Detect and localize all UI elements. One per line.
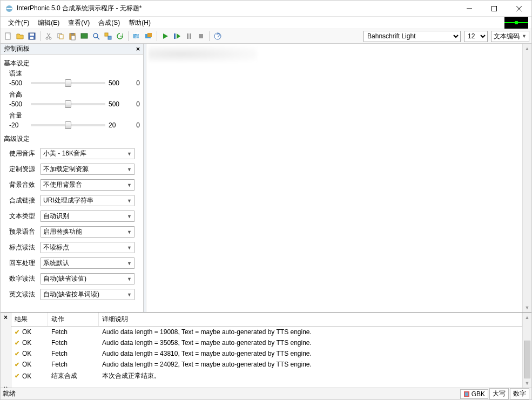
scroll-down-icon[interactable]: ▼ <box>523 378 531 388</box>
pitch-label: 音高 <box>9 90 140 99</box>
pitch-thumb[interactable] <box>65 100 71 108</box>
help-icon[interactable]: ? <box>212 31 223 42</box>
voice2-icon[interactable] <box>143 31 154 42</box>
menu-edit[interactable]: 编辑(E) <box>33 17 64 29</box>
row-detail: Audio data length = 43810, Text = maybe … <box>99 349 522 358</box>
status-text: 就绪 <box>3 389 459 398</box>
row-action: 结束合成 <box>48 371 99 381</box>
pause-icon[interactable] <box>184 31 194 42</box>
output-row[interactable]: ✔OK Fetch Audio data length = 19008, Tex… <box>11 327 522 337</box>
adv-value: 自动(缺省按单词读) <box>43 290 99 299</box>
row-action: Fetch <box>48 338 99 347</box>
scroll-down-icon[interactable]: ▼ <box>523 303 531 312</box>
row-result: OK <box>22 361 31 368</box>
new-icon[interactable] <box>3 31 14 42</box>
adv-select[interactable]: 启用替换功能 ▼ <box>41 226 134 238</box>
font-select[interactable]: Bahnschrift Light <box>363 31 461 42</box>
output-scrollbar[interactable]: ▲ ▼ <box>522 313 531 388</box>
save-icon[interactable] <box>26 31 37 42</box>
speed-track[interactable] <box>31 82 105 84</box>
output-row[interactable]: ✔OK Fetch Audio data length = 35058, Tex… <box>11 337 522 348</box>
menu-help[interactable]: 帮助(H) <box>124 17 155 29</box>
minimize-button[interactable] <box>457 1 482 17</box>
open-icon[interactable] <box>15 31 25 42</box>
fontsize-select[interactable]: 12 <box>464 31 488 42</box>
output-tab-label[interactable]: 信息输出 <box>1 381 10 385</box>
cut-icon[interactable] <box>43 31 54 42</box>
stop-icon[interactable] <box>196 31 206 42</box>
chevron-down-icon: ▼ <box>127 151 132 157</box>
play-sel-icon[interactable] <box>172 31 183 42</box>
row-detail: Audio data length = 24092, Text = maybe … <box>99 360 522 369</box>
menubar: 文件(F) 编辑(E) 查看(V) 合成(S) 帮助(H) <box>1 17 531 29</box>
adv-value: 不读标点 <box>43 243 69 252</box>
svg-rect-22 <box>105 33 108 36</box>
row-result: OK <box>22 372 31 380</box>
scroll-up-icon[interactable]: ▲ <box>523 313 531 322</box>
adv-label: 文本类型 <box>9 212 41 221</box>
encoding-icon <box>463 391 470 397</box>
svg-rect-9 <box>30 37 33 39</box>
copy-icon[interactable] <box>55 31 66 42</box>
speed-thumb[interactable] <box>65 79 71 87</box>
play-icon[interactable] <box>160 31 171 42</box>
svg-point-13 <box>49 37 51 39</box>
chevron-down-icon: ▼ <box>522 33 527 39</box>
menu-file[interactable]: 文件(F) <box>4 17 33 29</box>
find-icon[interactable] <box>91 31 102 42</box>
chevron-down-icon: ▼ <box>127 245 132 250</box>
output-row[interactable]: ✔OK Fetch Audio data length = 43810, Tex… <box>11 348 522 359</box>
editor-scrollbar[interactable]: ▲ ▼ <box>522 44 531 312</box>
chevron-down-icon: ▼ <box>127 198 132 204</box>
statusbar: 就绪 GBK 大写 数字 <box>1 388 531 399</box>
adv-select[interactable]: 系统默认 ▼ <box>41 257 134 269</box>
panel-close-icon[interactable]: × <box>136 45 140 53</box>
output-row[interactable]: ✔OK 结束合成 本次合成正常结束。 <box>11 370 522 382</box>
adv-select[interactable]: 自动(缺省读值) ▼ <box>41 273 134 284</box>
adv-row-1: 定制资源 不加载定制资源 ▼ <box>4 164 140 175</box>
adv-select[interactable]: 不加载定制资源 ▼ <box>41 164 134 175</box>
replace-icon[interactable] <box>103 31 113 42</box>
refresh-icon[interactable] <box>115 31 125 42</box>
paste-icon[interactable] <box>67 31 78 42</box>
panel-title: 控制面板 <box>4 44 30 53</box>
output-panel: × 信息输出 结果 动作 详细说明 ✔OK Fetch Audio data l… <box>1 312 531 388</box>
adv-select[interactable]: 不使用背景音 ▼ <box>41 179 134 191</box>
adv-row-7: 回车处理 系统默认 ▼ <box>4 257 140 269</box>
adv-select[interactable]: 不读标点 ▼ <box>41 242 134 253</box>
adv-row-8: 数字读法 自动(缺省读值) ▼ <box>4 273 140 284</box>
pitch-track[interactable] <box>31 103 105 105</box>
hdr-result[interactable]: 结果 <box>11 313 48 326</box>
encoding-dropdown[interactable]: 文本编码 ▼ <box>491 31 529 42</box>
activity-indicator <box>504 17 528 29</box>
encoding-label: 文本编码 <box>494 32 520 41</box>
control-panel: 控制面板 × 基本设定 语速 -500 500 0 音高 <box>1 44 144 312</box>
close-button[interactable] <box>507 1 531 17</box>
output-close-icon[interactable]: × <box>4 314 8 321</box>
menu-synth[interactable]: 合成(S) <box>94 17 124 29</box>
vol-thumb[interactable] <box>65 121 71 129</box>
hdr-action[interactable]: 动作 <box>48 313 99 326</box>
check-icon: ✔ <box>15 373 21 379</box>
adv-select[interactable]: 小美 - 16K音库 ▼ <box>41 148 134 159</box>
check-icon: ✔ <box>15 340 21 346</box>
speed-value: 0 <box>129 79 140 87</box>
adv-row-4: 文本类型 自动识别 ▼ <box>4 211 140 222</box>
voice1-icon[interactable]: 语 <box>131 31 142 42</box>
status-caps: 大写 <box>489 388 509 399</box>
screen-icon[interactable] <box>79 31 90 42</box>
check-icon: ✔ <box>15 329 21 335</box>
adv-select[interactable]: 自动识别 ▼ <box>41 211 134 222</box>
adv-select[interactable]: 自动(缺省按单词读) ▼ <box>41 289 134 300</box>
scroll-thumb[interactable] <box>524 341 530 378</box>
menu-view[interactable]: 查看(V) <box>64 17 94 29</box>
adv-value: 系统默认 <box>43 259 69 268</box>
titlebar: InterPhonic 5.0 合成系统演示程序 - 无标题* <box>1 1 531 17</box>
maximize-button[interactable] <box>482 1 507 17</box>
output-row[interactable]: ✔OK Fetch Audio data length = 24092, Tex… <box>11 359 522 370</box>
scroll-up-icon[interactable]: ▲ <box>523 44 531 53</box>
vol-track[interactable] <box>31 124 105 126</box>
hdr-detail[interactable]: 详细说明 <box>99 313 522 326</box>
text-editor[interactable] <box>146 44 522 312</box>
adv-select[interactable]: URI处理成字符串 ▼ <box>41 195 134 206</box>
